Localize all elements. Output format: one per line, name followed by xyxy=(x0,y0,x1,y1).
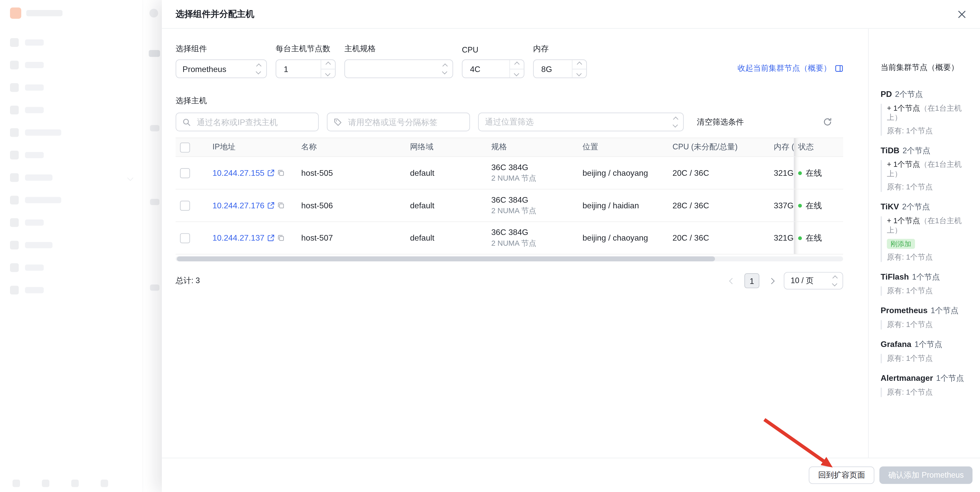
hosts-table: IP地址 名称 网络域 规格 位置 CPU (未分配/总量) 内存 (未 状态 xyxy=(176,138,843,261)
collapse-summary-link[interactable]: 收起当前集群节点（概要） xyxy=(737,63,843,73)
component-select[interactable]: Prometheus xyxy=(176,59,267,78)
summary-group-alertmanager: Alertmanager1个节点 原有: 1个节点 xyxy=(881,373,972,397)
tag-filter-field[interactable] xyxy=(327,113,470,131)
screen: 选择组件并分配主机 选择组件 Prometheus xyxy=(0,0,980,492)
location-filter-select[interactable]: 通过位置筛选 xyxy=(478,113,684,131)
scrollbar-thumb[interactable] xyxy=(177,256,715,261)
ip-link[interactable]: 10.244.27.155 xyxy=(213,168,265,178)
nodes-per-host-input[interactable] xyxy=(283,64,317,74)
host-memory: 337G / 3 xyxy=(774,189,794,221)
modal-footer: 回到扩容页面 确认添加 Prometheus xyxy=(162,458,980,492)
pagination-row: 总计: 3 1 10 / 页 xyxy=(176,272,843,289)
table-row[interactable]: 10.244.27.137 host-507 default 36C 384G2… xyxy=(176,222,843,255)
col-network: 网络域 xyxy=(410,138,491,156)
total-count: 总计: 3 xyxy=(176,275,200,286)
col-memory: 内存 (未 xyxy=(774,138,794,156)
host-cpu: 20C / 36C xyxy=(672,222,773,254)
select-chevrons-icon xyxy=(673,118,677,126)
summary-group-grafana: Grafana1个节点 原有: 1个节点 xyxy=(881,339,972,363)
network-domain: default xyxy=(410,157,491,189)
location-filter-placeholder: 通过位置筛选 xyxy=(485,116,533,127)
summary-title: 当前集群节点（概要） xyxy=(881,62,972,73)
host-spec: 36C 384G xyxy=(491,195,528,204)
copy-icon[interactable] xyxy=(278,234,285,241)
cluster-summary-panel: 当前集群节点（概要） PD2个节点 + 1个节点（在1台主机上） 原有: 1个节… xyxy=(868,29,980,458)
confirm-add-button[interactable]: 确认添加 Prometheus xyxy=(879,467,972,484)
panel-collapse-icon xyxy=(835,64,843,73)
host-spec-sub: 2 NUMA 节点 xyxy=(491,173,536,183)
close-icon[interactable] xyxy=(955,7,969,21)
page-size-value: 10 / 页 xyxy=(791,275,814,286)
host-name: host-506 xyxy=(301,189,410,221)
select-chevrons-icon xyxy=(257,64,260,73)
host-status: 在线 xyxy=(805,167,822,178)
memory-stepper[interactable] xyxy=(533,59,587,78)
row-checkbox[interactable] xyxy=(180,233,190,243)
col-ip: IP地址 xyxy=(213,138,301,156)
external-link-icon[interactable] xyxy=(268,234,275,241)
table-row[interactable]: 10.244.27.176 host-506 default 36C 384G2… xyxy=(176,189,843,222)
network-domain: default xyxy=(410,189,491,221)
modal-header: 选择组件并分配主机 xyxy=(162,0,980,29)
step-up-icon[interactable] xyxy=(573,60,586,68)
ip-link[interactable]: 10.244.27.137 xyxy=(213,233,265,243)
stepper-handles xyxy=(509,60,524,77)
cpu-input[interactable] xyxy=(469,64,505,74)
host-cpu: 20C / 36C xyxy=(672,157,773,189)
select-all-checkbox[interactable] xyxy=(180,142,190,152)
col-status: 状态 xyxy=(794,138,843,156)
modal-body: 选择组件 Prometheus 每台主机节点数 xyxy=(162,29,980,458)
row-checkbox[interactable] xyxy=(180,168,190,178)
online-status-dot xyxy=(798,171,802,175)
step-down-icon[interactable] xyxy=(573,68,586,77)
stepper-handles xyxy=(321,60,335,77)
step-down-icon[interactable] xyxy=(321,68,335,77)
step-up-icon[interactable] xyxy=(510,60,524,68)
nodes-per-host-label: 每台主机节点数 xyxy=(275,44,336,54)
host-spec: 36C 384G xyxy=(491,227,528,237)
row-checkbox[interactable] xyxy=(180,201,190,210)
clear-filters-link[interactable]: 清空筛选条件 xyxy=(697,116,744,127)
host-memory: 321G / 3 xyxy=(774,157,794,189)
host-spec: 36C 384G xyxy=(491,162,528,172)
host-location: beijing / chaoyang xyxy=(582,222,672,254)
table-header-row: IP地址 名称 网络域 规格 位置 CPU (未分配/总量) 内存 (未 状态 xyxy=(176,138,843,157)
nodes-per-host-stepper[interactable] xyxy=(275,59,336,78)
external-link-icon[interactable] xyxy=(268,169,275,176)
host-memory: 321G / 3 xyxy=(774,222,794,254)
step-down-icon[interactable] xyxy=(510,68,524,77)
host-search-input[interactable] xyxy=(196,116,312,127)
host-cpu: 28C / 36C xyxy=(672,189,773,221)
page-number[interactable]: 1 xyxy=(745,273,759,288)
summary-group-prometheus: Prometheus1个节点 原有: 1个节点 xyxy=(881,306,972,330)
cpu-stepper[interactable] xyxy=(462,59,524,78)
select-chevrons-icon xyxy=(443,64,446,73)
copy-icon[interactable] xyxy=(278,169,285,176)
host-spec-select[interactable] xyxy=(344,59,453,78)
back-to-scale-out-button[interactable]: 回到扩容页面 xyxy=(809,467,875,484)
host-status: 在线 xyxy=(805,232,822,244)
refresh-icon[interactable] xyxy=(823,118,832,126)
cpu-label: CPU xyxy=(462,46,524,54)
host-search-field[interactable] xyxy=(176,113,319,131)
page-size-select[interactable]: 10 / 页 xyxy=(784,272,843,289)
next-page-icon[interactable] xyxy=(767,276,776,285)
network-domain: default xyxy=(410,222,491,254)
col-location: 位置 xyxy=(582,138,672,156)
prev-page-icon[interactable] xyxy=(727,276,737,285)
step-up-icon[interactable] xyxy=(321,60,335,68)
copy-icon[interactable] xyxy=(278,202,285,209)
memory-input[interactable] xyxy=(540,64,567,74)
tag-filter-input[interactable] xyxy=(347,116,463,127)
col-spec: 规格 xyxy=(491,138,582,156)
component-form-row: 选择组件 Prometheus 每台主机节点数 xyxy=(176,44,843,78)
modal-mask xyxy=(0,0,162,492)
table-row[interactable]: 10.244.27.155 host-505 default 36C 384G2… xyxy=(176,157,843,189)
tag-icon xyxy=(334,118,342,126)
host-status: 在线 xyxy=(805,200,822,211)
external-link-icon[interactable] xyxy=(268,202,275,209)
host-spec-label: 主机规格 xyxy=(344,44,453,54)
host-filter-row: 通过位置筛选 清空筛选条件 xyxy=(176,113,843,131)
summary-group-tikv: TiKV2个节点 + 1个节点（在1台主机上） 刚添加 原有: 1个节点 xyxy=(881,202,972,262)
ip-link[interactable]: 10.244.27.176 xyxy=(213,201,265,210)
